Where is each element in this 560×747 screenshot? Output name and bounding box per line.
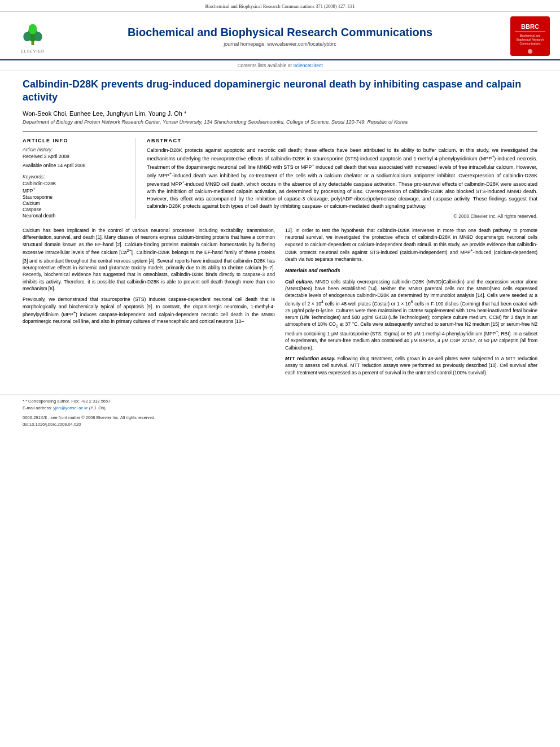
journal-title-container: Biochemical and Biophysical Research Com… — [55, 25, 505, 47]
main-content: Calbindin-D28K prevents drug-induced dop… — [0, 71, 560, 386]
keyword-4: Calcium — [23, 200, 127, 206]
body-col-right: 13]. In order to test the hypothesis tha… — [285, 227, 537, 380]
journal-topbar: Biochemical and Biophysical Research Com… — [0, 0, 560, 12]
corresponding-author: * * Corresponding author. Fax: +82 2 312… — [23, 399, 537, 404]
authors: Won-Seok Choi, Eunhee Lee, Junghyun Lim,… — [23, 110, 537, 117]
keyword-2: MPP+ — [23, 187, 127, 194]
bbrc-logo-icon: BBRC Biochemical and Biophysical Researc… — [510, 16, 550, 56]
keywords-label: Keywords: — [23, 174, 127, 180]
elsevier-tree-icon — [19, 20, 47, 48]
journal-homepage: journal homepage: www.elsevier.com/locat… — [55, 41, 505, 47]
svg-text:BBRC: BBRC — [521, 23, 539, 30]
email-suffix: (Y.J. Oh). — [89, 405, 107, 410]
svg-rect-8 — [515, 31, 545, 32]
history-label: Article history: — [23, 147, 127, 152]
bbrc-logo-container: BBRC Biochemical and Biophysical Researc… — [505, 16, 550, 56]
keyword-3: Staurosporine — [23, 194, 127, 200]
page: Biochemical and Biophysical Research Com… — [0, 0, 560, 747]
keyword-5: Caspase — [23, 207, 127, 212]
journal-title: Biochemical and Biophysical Research Com… — [55, 25, 505, 39]
affiliation: Department of Biology and Protein Networ… — [23, 119, 537, 125]
contents-label: Contents lists available at — [237, 63, 291, 68]
body-para-1: Calcium has been implicated in the contr… — [23, 227, 275, 292]
body-para-materials: Materials and methods — [285, 267, 537, 274]
svg-point-12 — [528, 49, 532, 54]
email-address[interactable]: yjoh@yonsei.ac.kr — [53, 405, 88, 410]
footer-divider: 0006-291X/$ - see front matter © 2008 El… — [23, 415, 537, 427]
available-date: Available online 14 April 2008 — [23, 163, 127, 168]
svg-point-2 — [23, 32, 30, 41]
cell-culture-subheading: Cell culture. — [285, 279, 313, 285]
abstract-text: Calbindin-D28K protects against apoptoti… — [147, 147, 537, 210]
received-date: Received 2 April 2008 — [23, 154, 127, 159]
abstract-section: ABSTRACT Calbindin-D28K protects against… — [147, 138, 537, 219]
footer: * * Corresponding author. Fax: +82 2 312… — [0, 395, 560, 432]
journal-banner: ELSEVIER Biochemical and Biophysical Res… — [0, 12, 560, 60]
sciencedirect-link[interactable]: ScienceDirect — [293, 63, 322, 68]
license-text: 0006-291X/$ - see front matter © 2008 El… — [23, 415, 537, 420]
body-para-3: 13]. In order to test the hypothesis tha… — [285, 227, 537, 263]
svg-point-3 — [34, 32, 42, 41]
body-para-cell-culture: Cell culture. MN9D cells stably overexpr… — [285, 278, 537, 351]
article-info: ARTICLE INFO Article history: Received 2… — [23, 138, 135, 219]
email-label: E-mail address: — [23, 405, 52, 410]
body-para-mtt: MTT reduction assay. Following drug trea… — [285, 355, 537, 376]
keyword-6: Neuronal death — [23, 213, 127, 219]
corresponding-text: * Corresponding author. Fax: +82 2 312 5… — [25, 399, 111, 404]
materials-methods-heading: Materials and methods — [285, 268, 340, 273]
mtt-subheading: MTT reduction assay. — [285, 356, 335, 361]
email-line: E-mail address: yjoh@yonsei.ac.kr (Y.J. … — [23, 405, 537, 410]
sciencedirect-bar: Contents lists available at ScienceDirec… — [0, 60, 560, 71]
svg-text:Biophysical Research: Biophysical Research — [517, 38, 544, 41]
article-info-title: ARTICLE INFO — [23, 138, 127, 143]
keywords-section: Keywords: Calbindin-D28K MPP+ Staurospor… — [23, 174, 127, 219]
body-para-2: Previously, we demonstrated that stauros… — [23, 296, 275, 325]
elsevier-logo-container: ELSEVIER — [10, 20, 55, 53]
svg-text:Biochemical and: Biochemical and — [520, 34, 541, 37]
article-title: Calbindin-D28K prevents drug-induced dop… — [23, 78, 537, 104]
abstract-title: ABSTRACT — [147, 138, 537, 143]
body-col-left: Calcium has been implicated in the contr… — [23, 227, 275, 380]
svg-point-4 — [29, 24, 37, 34]
elsevier-wordmark: ELSEVIER — [21, 49, 45, 53]
svg-text:Communications: Communications — [519, 42, 541, 45]
elsevier-logo: ELSEVIER — [10, 20, 55, 53]
doi-text: doi:10.1016/j.bbrc.2008.04.020 — [23, 422, 537, 427]
info-abstract-section: ARTICLE INFO Article history: Received 2… — [23, 132, 537, 219]
body-columns: Calcium has been implicated in the contr… — [23, 227, 537, 380]
journal-citation: Biochemical and Biophysical Research Com… — [205, 3, 355, 9]
keyword-1: Calbindin-D28K — [23, 181, 127, 186]
abstract-copyright: © 2008 Elsevier Inc. All rights reserved… — [147, 213, 537, 219]
